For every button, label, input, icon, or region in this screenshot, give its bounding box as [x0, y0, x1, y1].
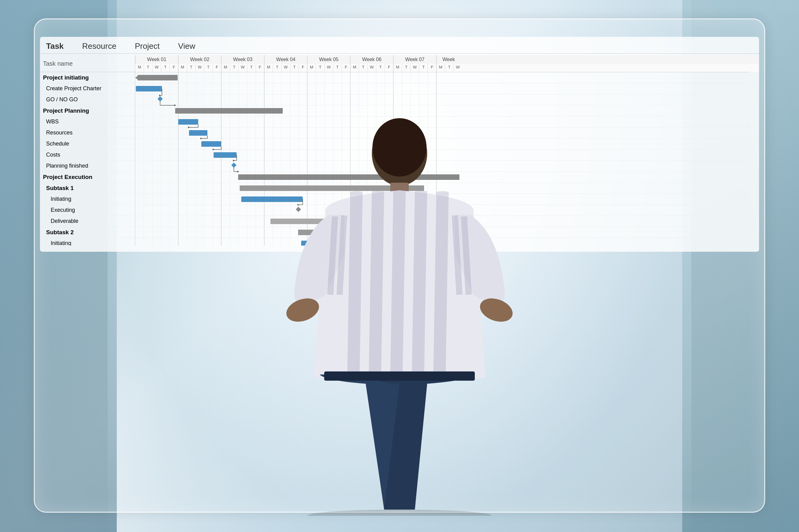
- tab-resource[interactable]: Resource: [82, 41, 116, 51]
- svg-text:Week: Week: [442, 57, 455, 62]
- svg-text:Week 06: Week 06: [362, 57, 382, 62]
- svg-text:T: T: [293, 65, 296, 69]
- svg-text:F: F: [345, 65, 347, 69]
- svg-text:W: W: [284, 65, 288, 69]
- svg-text:W: W: [155, 65, 159, 69]
- svg-text:Week 05: Week 05: [319, 57, 339, 62]
- svg-rect-171: [214, 152, 237, 158]
- task-row: Executing: [40, 205, 135, 216]
- svg-rect-208: [324, 372, 475, 381]
- svg-point-204: [373, 118, 426, 176]
- task-row: Costs: [40, 150, 135, 160]
- svg-text:T: T: [422, 65, 425, 69]
- svg-text:T: T: [448, 65, 451, 69]
- svg-text:T: T: [250, 65, 253, 69]
- task-row: Initiating: [40, 194, 135, 205]
- svg-text:T: T: [164, 65, 167, 69]
- svg-text:T: T: [336, 65, 339, 69]
- svg-rect-150: [138, 75, 178, 80]
- svg-rect-162: [178, 119, 198, 125]
- task-column-header: Task name: [40, 55, 135, 72]
- task-row: Planning finished: [40, 160, 135, 172]
- svg-text:F: F: [388, 65, 390, 69]
- task-row: Project Planning: [40, 105, 135, 116]
- svg-text:M: M: [439, 65, 442, 69]
- task-list: Task name Project initiating Create Proj…: [40, 55, 135, 246]
- svg-text:W: W: [413, 65, 417, 69]
- svg-text:F: F: [216, 65, 218, 69]
- svg-text:F: F: [259, 65, 261, 69]
- svg-text:W: W: [456, 65, 460, 69]
- task-row: Subtask 1: [40, 183, 135, 194]
- svg-text:M: M: [267, 65, 270, 69]
- task-row: Deliverable: [40, 216, 135, 227]
- svg-text:T: T: [147, 65, 149, 69]
- svg-marker-170: [200, 137, 202, 139]
- svg-rect-152: [136, 86, 162, 92]
- svg-text:Week 03: Week 03: [233, 57, 253, 62]
- task-row: Initiating: [40, 238, 135, 246]
- svg-text:T: T: [233, 65, 235, 69]
- svg-marker-166: [188, 127, 190, 128]
- svg-text:T: T: [276, 65, 278, 69]
- svg-text:T: T: [405, 65, 407, 69]
- svg-rect-175: [231, 163, 237, 168]
- svg-text:M: M: [138, 65, 141, 69]
- svg-rect-167: [201, 141, 221, 147]
- svg-text:F: F: [302, 65, 304, 69]
- task-row: WBS: [40, 116, 135, 127]
- svg-text:T: T: [207, 65, 210, 69]
- svg-text:Week 02: Week 02: [190, 57, 210, 62]
- svg-marker-161: [174, 104, 176, 106]
- task-row: GO / NO GO: [40, 94, 135, 105]
- svg-text:Week 04: Week 04: [276, 57, 296, 62]
- svg-text:T: T: [319, 65, 322, 69]
- svg-point-209: [307, 510, 492, 516]
- svg-text:W: W: [198, 65, 202, 69]
- svg-text:T: T: [362, 65, 364, 69]
- svg-rect-157: [175, 108, 283, 114]
- nav-tabs: Task Resource Project View: [40, 40, 759, 54]
- svg-text:Week 07: Week 07: [405, 57, 425, 62]
- svg-marker-174: [213, 149, 215, 150]
- svg-text:M: M: [310, 65, 313, 69]
- task-row: Project initiating: [40, 72, 135, 83]
- svg-text:M: M: [396, 65, 399, 69]
- svg-marker-202: [237, 171, 239, 172]
- svg-marker-178: [233, 159, 235, 162]
- svg-marker-149: [135, 76, 138, 79]
- svg-text:W: W: [370, 65, 374, 69]
- svg-text:Week 01: Week 01: [147, 57, 167, 62]
- svg-rect-18: [135, 64, 759, 72]
- task-row: Schedule: [40, 138, 135, 150]
- tab-task[interactable]: Task: [46, 41, 63, 51]
- svg-text:T: T: [379, 65, 382, 69]
- svg-text:T: T: [190, 65, 193, 69]
- svg-text:F: F: [173, 65, 175, 69]
- svg-text:M: M: [353, 65, 357, 69]
- tab-project[interactable]: Project: [135, 41, 160, 51]
- svg-text:W: W: [327, 65, 331, 69]
- task-row: Create Project Charter: [40, 83, 135, 94]
- task-row: Project Execution: [40, 172, 135, 183]
- svg-marker-156: [159, 95, 161, 96]
- task-row: Resources: [40, 127, 135, 138]
- task-row: Subtask 2: [40, 227, 135, 238]
- svg-text:F: F: [431, 65, 433, 69]
- svg-text:W: W: [241, 65, 245, 69]
- tab-view[interactable]: View: [178, 41, 196, 51]
- svg-text:M: M: [224, 65, 228, 69]
- svg-rect-153: [158, 96, 163, 101]
- person-figure: [270, 86, 529, 516]
- svg-text:M: M: [181, 65, 184, 69]
- svg-rect-163: [189, 130, 207, 136]
